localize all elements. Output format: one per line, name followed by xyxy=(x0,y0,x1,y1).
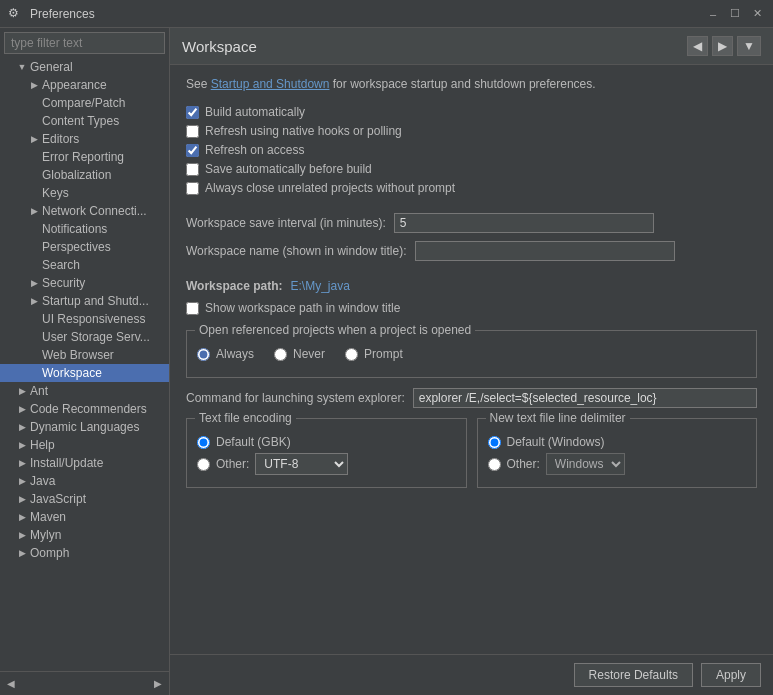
encoding-other-row: Other: UTF-8 UTF-16 ISO-8859-1 xyxy=(197,453,456,475)
apply-button[interactable]: Apply xyxy=(701,663,761,687)
filter-input[interactable] xyxy=(4,32,165,54)
show-path-checkbox[interactable] xyxy=(186,302,199,315)
radio-row-prompt: Prompt xyxy=(345,347,403,361)
panel-title: Workspace xyxy=(182,38,257,55)
expand-arrow-java xyxy=(16,475,28,487)
scroll-left-button[interactable]: ◀ xyxy=(4,677,18,690)
restore-defaults-button[interactable]: Restore Defaults xyxy=(574,663,693,687)
sidebar-item-keys[interactable]: Keys xyxy=(0,184,169,202)
close-unrelated-label[interactable]: Always close unrelated projects without … xyxy=(205,181,455,195)
nav-dropdown-button[interactable]: ▼ xyxy=(737,36,761,56)
close-button[interactable]: ✕ xyxy=(749,6,765,22)
sidebar-item-content-types[interactable]: Content Types xyxy=(0,112,169,130)
build-auto-label[interactable]: Build automatically xyxy=(205,105,305,119)
expand-arrow-ant xyxy=(16,385,28,397)
minimize-button[interactable]: – xyxy=(705,6,721,22)
encoding-other-label[interactable]: Other: xyxy=(216,457,249,471)
sidebar-item-java[interactable]: Java xyxy=(0,472,169,490)
cmd-input[interactable] xyxy=(413,388,757,408)
radio-never-label[interactable]: Never xyxy=(293,347,325,361)
expand-arrow-install xyxy=(16,457,28,469)
sidebar-item-ant[interactable]: Ant xyxy=(0,382,169,400)
sidebar-item-general[interactable]: General xyxy=(0,58,169,76)
sidebar-item-help[interactable]: Help xyxy=(0,436,169,454)
expand-arrow-mylyn xyxy=(16,529,28,541)
encoding-row: Text file encoding Default (GBK) Other: … xyxy=(186,418,757,488)
workspace-name-label: Workspace name (shown in window title): xyxy=(186,244,407,258)
sidebar-item-network[interactable]: Network Connecti... xyxy=(0,202,169,220)
sidebar-label-keys: Keys xyxy=(42,186,69,200)
radio-always[interactable] xyxy=(197,348,210,361)
newline-other-label[interactable]: Other: xyxy=(507,457,540,471)
refresh-native-checkbox[interactable] xyxy=(186,125,199,138)
close-unrelated-checkbox[interactable] xyxy=(186,182,199,195)
save-interval-label: Workspace save interval (in minutes): xyxy=(186,216,386,230)
refresh-access-checkbox[interactable] xyxy=(186,144,199,157)
encoding-default-label[interactable]: Default (GBK) xyxy=(216,435,291,449)
workspace-name-input[interactable] xyxy=(415,241,675,261)
divider1 xyxy=(186,203,757,213)
nav-forward-button[interactable]: ▶ xyxy=(712,36,733,56)
sidebar-item-search[interactable]: Search xyxy=(0,256,169,274)
panel-nav: ◀ ▶ ▼ xyxy=(687,36,761,56)
sidebar-item-user-storage[interactable]: User Storage Serv... xyxy=(0,328,169,346)
sidebar-item-web-browser[interactable]: Web Browser xyxy=(0,346,169,364)
sidebar-item-code-recommenders[interactable]: Code Recommenders xyxy=(0,400,169,418)
sidebar-item-notifications[interactable]: Notifications xyxy=(0,220,169,238)
sidebar-item-oomph[interactable]: Oomph xyxy=(0,544,169,562)
scroll-right-button[interactable]: ▶ xyxy=(151,677,165,690)
workspace-name-row: Workspace name (shown in window title): xyxy=(186,241,757,261)
encoding-other-radio[interactable] xyxy=(197,458,210,471)
sidebar-label-appearance: Appearance xyxy=(42,78,107,92)
sidebar-item-ui-responsiveness[interactable]: UI Responsiveness xyxy=(0,310,169,328)
window-icon: ⚙ xyxy=(8,6,24,22)
radio-never[interactable] xyxy=(274,348,287,361)
sidebar-item-editors[interactable]: Editors xyxy=(0,130,169,148)
encoding-default-radio[interactable] xyxy=(197,436,210,449)
sidebar-item-globalization[interactable]: Globalization xyxy=(0,166,169,184)
refresh-native-label[interactable]: Refresh using native hooks or polling xyxy=(205,124,402,138)
sidebar-item-maven[interactable]: Maven xyxy=(0,508,169,526)
sidebar-item-javascript[interactable]: JavaScript xyxy=(0,490,169,508)
sidebar-item-startup[interactable]: Startup and Shutd... xyxy=(0,292,169,310)
newline-default-label[interactable]: Default (Windows) xyxy=(507,435,605,449)
show-path-label[interactable]: Show workspace path in window title xyxy=(205,301,400,315)
newline-default-row: Default (Windows) xyxy=(488,435,747,449)
sidebar-label-ui: UI Responsiveness xyxy=(42,312,145,326)
sidebar-item-security[interactable]: Security xyxy=(0,274,169,292)
sidebar-item-dynamic-languages[interactable]: Dynamic Languages xyxy=(0,418,169,436)
save-before-label[interactable]: Save automatically before build xyxy=(205,162,372,176)
sidebar-item-install-update[interactable]: Install/Update xyxy=(0,454,169,472)
build-auto-checkbox[interactable] xyxy=(186,106,199,119)
startup-link[interactable]: Startup and Shutdown xyxy=(211,77,330,91)
sidebar-item-workspace[interactable]: Workspace xyxy=(0,364,169,382)
sidebar-item-compare-patch[interactable]: Compare/Patch xyxy=(0,94,169,112)
nav-back-button[interactable]: ◀ xyxy=(687,36,708,56)
newline-other-radio[interactable] xyxy=(488,458,501,471)
expand-arrow-editors xyxy=(28,133,40,145)
newline-default-radio[interactable] xyxy=(488,436,501,449)
expand-arrow-oomph xyxy=(16,547,28,559)
sidebar-label-content-types: Content Types xyxy=(42,114,119,128)
maximize-button[interactable]: ☐ xyxy=(727,6,743,22)
expand-arrow-network xyxy=(28,205,40,217)
expand-arrow-javascript xyxy=(16,493,28,505)
save-interval-input[interactable] xyxy=(394,213,654,233)
encoding-select[interactable]: UTF-8 UTF-16 ISO-8859-1 xyxy=(255,453,348,475)
radio-always-label[interactable]: Always xyxy=(216,347,254,361)
checkbox-row-refresh-native: Refresh using native hooks or polling xyxy=(186,124,757,138)
sidebar-item-mylyn[interactable]: Mylyn xyxy=(0,526,169,544)
save-before-checkbox[interactable] xyxy=(186,163,199,176)
panel-content: See Startup and Shutdown for workspace s… xyxy=(170,65,773,654)
sidebar-item-appearance[interactable]: Appearance xyxy=(0,76,169,94)
sidebar-label-dynamic: Dynamic Languages xyxy=(30,420,139,434)
checkbox-group: Build automatically Refresh using native… xyxy=(186,105,757,195)
newline-select[interactable]: Windows Unix Mac xyxy=(546,453,625,475)
sidebar-item-error-reporting[interactable]: Error Reporting xyxy=(0,148,169,166)
refresh-access-label[interactable]: Refresh on access xyxy=(205,143,304,157)
sidebar-label-error-reporting: Error Reporting xyxy=(42,150,124,164)
radio-prompt[interactable] xyxy=(345,348,358,361)
main-container: General Appearance Compare/Patch Content… xyxy=(0,28,773,695)
radio-prompt-label[interactable]: Prompt xyxy=(364,347,403,361)
sidebar-item-perspectives[interactable]: Perspectives xyxy=(0,238,169,256)
